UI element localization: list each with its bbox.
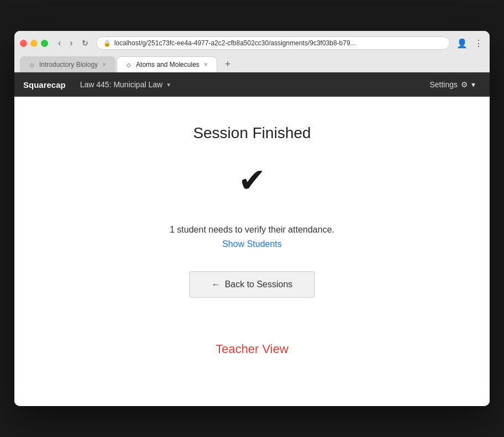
close-tab-atoms[interactable]: × (203, 61, 209, 68)
tab-favicon-bio: ◇ (28, 61, 36, 69)
close-window-button[interactable] (20, 40, 27, 47)
teacher-view-label: Teacher View (216, 342, 288, 356)
tab-label-atoms: Atoms and Molecules (136, 61, 200, 69)
browser-window: ‹ › ↻ 🔒 localhost/g/251c73fc-ee4a-4977-a… (14, 31, 490, 406)
checkmark-icon: ✔ (238, 164, 266, 197)
refresh-button[interactable]: ↻ (78, 37, 92, 49)
nav-buttons: ‹ › ↻ (55, 37, 92, 49)
page-content: Session Finished ✔ 1 student needs to ve… (14, 97, 490, 406)
address-bar[interactable]: 🔒 localhost/g/251c73fc-ee4a-4977-a2c2-cf… (96, 36, 450, 50)
profile-button[interactable]: 👤 (455, 37, 469, 50)
tab-favicon-atoms: ◇ (125, 61, 133, 69)
minimize-window-button[interactable] (30, 40, 38, 47)
course-name: Law 445: Municipal Law (80, 80, 162, 89)
more-button[interactable]: ⋮ (473, 37, 484, 50)
url-text: localhost/g/251c73fc-ee4a-4977-a2c2-cfb8… (114, 39, 443, 47)
back-nav-button[interactable]: ‹ (55, 37, 64, 49)
maximize-window-button[interactable] (41, 40, 48, 47)
tab-introductory-biology[interactable]: ◇ Introductory Biology × (20, 56, 116, 72)
attendance-message: 1 student needs to verify their attendan… (170, 225, 334, 235)
window-buttons (20, 40, 48, 47)
back-button-text: Back to Sessions (225, 280, 293, 289)
back-to-sessions-button[interactable]: ← Back to Sessions (189, 271, 316, 298)
tab-label-bio: Introductory Biology (39, 61, 98, 69)
browser-chrome: ‹ › ↻ 🔒 localhost/g/251c73fc-ee4a-4977-a… (14, 31, 490, 72)
settings-label: Settings (429, 80, 458, 89)
app-logo: Squarecap (23, 80, 66, 89)
lock-icon: 🔒 (103, 40, 111, 47)
browser-actions: 👤 ⋮ (455, 37, 484, 50)
gear-icon: ⚙ (461, 80, 468, 89)
settings-button[interactable]: Settings ⚙ ▾ (424, 77, 481, 92)
new-tab-button[interactable]: + (221, 56, 235, 72)
course-dropdown-arrow: ▼ (166, 82, 171, 88)
show-students-link[interactable]: Show Students (222, 239, 282, 249)
back-arrow-icon: ← (212, 280, 221, 289)
close-tab-bio[interactable]: × (101, 61, 107, 68)
course-selector[interactable]: Law 445: Municipal Law ▼ (75, 77, 177, 92)
tab-atoms-molecules[interactable]: ◇ Atoms and Molecules × (117, 56, 217, 72)
session-title: Session Finished (193, 124, 311, 142)
app-navbar: Squarecap Law 445: Municipal Law ▼ Setti… (14, 72, 490, 97)
forward-nav-button[interactable]: › (66, 37, 76, 49)
browser-tabs: ◇ Introductory Biology × ◇ Atoms and Mol… (20, 54, 484, 72)
settings-dropdown-arrow: ▾ (471, 80, 475, 89)
